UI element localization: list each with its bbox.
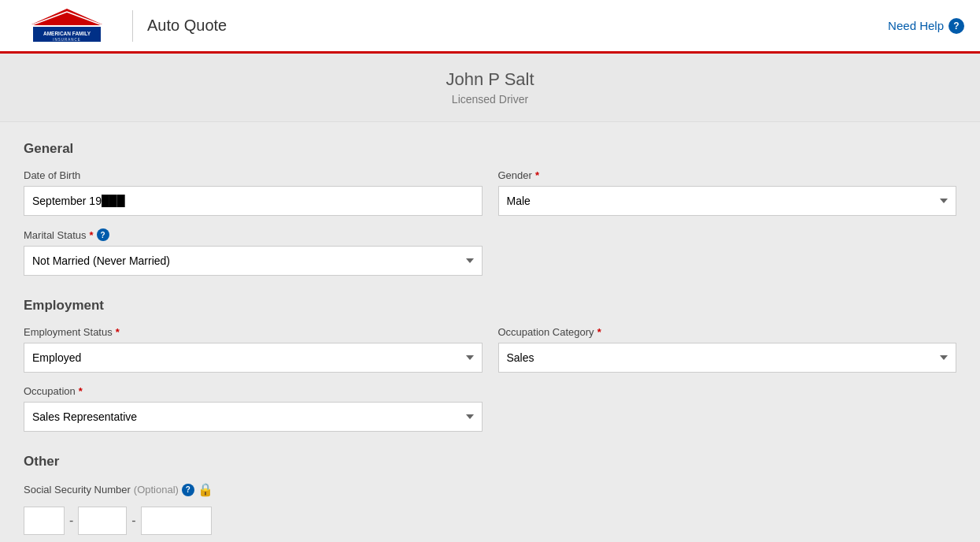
ssn-dash-1: - <box>69 514 73 528</box>
person-subtitle: Licensed Driver <box>16 93 964 106</box>
dob-label: Date of Birth <box>24 169 483 181</box>
header-title: Auto Quote <box>147 17 227 35</box>
dob-gender-row: Date of Birth Gender * Male Female <box>24 169 956 216</box>
need-help-icon[interactable]: ? <box>949 18 964 34</box>
gender-group: Gender * Male Female <box>498 169 957 216</box>
marital-required: * <box>89 229 93 241</box>
svg-text:INSURANCE: INSURANCE <box>53 38 81 42</box>
employment-status-group: Employment Status * Employed Unemployed … <box>24 326 483 373</box>
ssn-optional: (Optional) <box>134 484 179 496</box>
marital-label: Marital Status * ? <box>24 228 483 241</box>
occupation-category-group: Occupation Category * Sales Management T… <box>498 326 957 373</box>
form-area: General Date of Birth Gender * Male <box>0 122 980 542</box>
occupation-row: Occupation * Sales Representative Accoun… <box>24 385 956 432</box>
gender-select[interactable]: Male Female <box>498 186 957 216</box>
ssn-group: Social Security Number (Optional) ? 🔒 - … <box>24 482 956 535</box>
header-divider <box>132 10 133 42</box>
occupation-category-select[interactable]: Sales Management Technology Healthcare E… <box>498 343 957 373</box>
ssn-help-icon[interactable]: ? <box>182 484 194 496</box>
marital-row: Marital Status * ? Not Married (Never Ma… <box>24 228 956 276</box>
occupation-required: * <box>79 385 83 397</box>
marital-help-icon[interactable]: ? <box>97 228 109 241</box>
svg-marker-1 <box>34 12 100 25</box>
header-right: Need Help ? <box>888 18 964 34</box>
marital-spacer <box>498 228 957 276</box>
dob-input[interactable] <box>24 186 483 216</box>
svg-text:AMERICAN FAMILY: AMERICAN FAMILY <box>43 31 91 36</box>
general-section-title: General <box>24 141 956 157</box>
employment-status-required: * <box>116 326 120 338</box>
employment-status-row: Employment Status * Employed Unemployed … <box>24 326 956 373</box>
ssn-part1[interactable] <box>24 507 65 535</box>
ssn-lock-icon: 🔒 <box>198 482 213 497</box>
other-section-title: Other <box>24 454 956 470</box>
ssn-part3[interactable] <box>141 507 212 535</box>
other-section: Other Social Security Number (Optional) … <box>24 454 956 535</box>
ssn-part2[interactable] <box>78 507 127 535</box>
main-content: John P Salt Licensed Driver General Date… <box>0 54 980 542</box>
marital-group: Marital Status * ? Not Married (Never Ma… <box>24 228 483 276</box>
person-header: John P Salt Licensed Driver <box>0 54 980 122</box>
occupation-group: Occupation * Sales Representative Accoun… <box>24 385 483 432</box>
occupation-category-required: * <box>597 326 601 338</box>
gender-required: * <box>535 169 539 181</box>
employment-status-label: Employment Status * <box>24 326 483 338</box>
employment-section-title: Employment <box>24 298 956 314</box>
person-name: John P Salt <box>16 69 964 90</box>
occupation-select[interactable]: Sales Representative Account Manager Sal… <box>24 402 483 432</box>
general-section: General Date of Birth Gender * Male <box>24 141 956 276</box>
dob-group: Date of Birth <box>24 169 483 216</box>
ssn-inputs: - - <box>24 507 956 535</box>
ssn-dash-2: - <box>131 514 135 528</box>
marital-select[interactable]: Not Married (Never Married) Married Divo… <box>24 246 483 276</box>
occupation-label: Occupation * <box>24 385 483 397</box>
header: AMERICAN FAMILY INSURANCE Auto Quote Nee… <box>0 0 980 54</box>
employment-section: Employment Employment Status * Employed … <box>24 298 956 432</box>
need-help-link[interactable]: Need Help <box>888 19 944 32</box>
gender-label: Gender * <box>498 169 957 181</box>
occupation-spacer <box>498 385 957 432</box>
employment-status-select[interactable]: Employed Unemployed Retired Student Self… <box>24 343 483 373</box>
ssn-label: Social Security Number (Optional) ? 🔒 <box>24 482 956 497</box>
logo: AMERICAN FAMILY INSURANCE <box>16 7 118 45</box>
occupation-category-label: Occupation Category * <box>498 326 957 338</box>
logo-area: AMERICAN FAMILY INSURANCE <box>16 7 118 45</box>
